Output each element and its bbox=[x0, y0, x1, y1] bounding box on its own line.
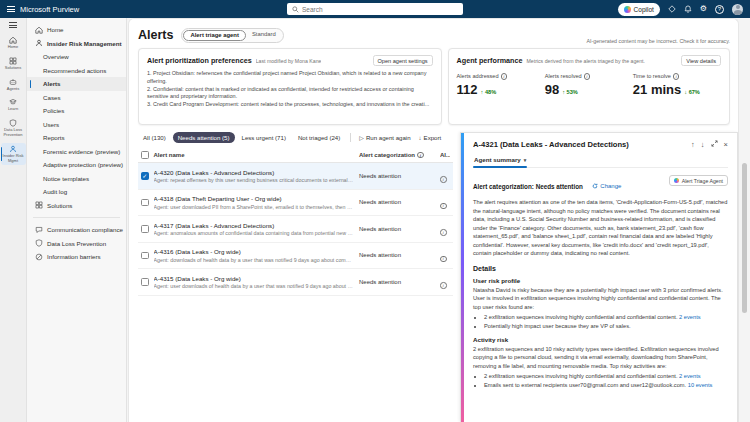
table-row[interactable]: ✓ A-4320 (Data Leaks - Advanced Detectio… bbox=[138, 163, 453, 190]
tab-agent-summary[interactable]: Agent summary ▾ bbox=[473, 154, 527, 167]
filter-all[interactable]: All (130) bbox=[138, 132, 171, 143]
copilot-button[interactable]: Copilot bbox=[618, 3, 660, 16]
bullet-item: Potentially high impact user because the… bbox=[484, 322, 728, 331]
feedback-icon[interactable] bbox=[668, 5, 676, 13]
ai-disclaimer: AI-generated content may be incorrect. C… bbox=[586, 38, 730, 44]
events-link[interactable]: 2 events bbox=[679, 373, 701, 379]
sidebar: Home Insider Risk Management Overview Re… bbox=[27, 18, 127, 422]
sidebar-item-reports[interactable]: Reports bbox=[27, 131, 126, 145]
insider-risk-icon bbox=[34, 39, 43, 47]
row-checkbox[interactable] bbox=[141, 278, 149, 286]
search-input[interactable] bbox=[302, 6, 458, 13]
events-link[interactable]: 2 events bbox=[679, 314, 701, 320]
row-checkbox[interactable] bbox=[141, 252, 149, 260]
export-button[interactable]: ↓ Export bbox=[416, 132, 445, 143]
change-categorization-link[interactable]: Change bbox=[592, 183, 621, 189]
info-icon[interactable]: i bbox=[440, 282, 447, 289]
view-toggle: Alert triage agent Standard bbox=[181, 28, 283, 43]
sidebar-item-communication-compliance[interactable]: Communication compliance bbox=[27, 223, 126, 237]
sidebar-item-overview[interactable]: Overview bbox=[27, 50, 126, 64]
table-row[interactable]: A-4317 (Data Leaks - Advanced Detections… bbox=[138, 216, 453, 243]
sidebar-item-users[interactable]: Users bbox=[27, 118, 126, 132]
help-icon[interactable]: ? bbox=[715, 5, 724, 14]
row-checkbox[interactable] bbox=[141, 225, 149, 233]
rail-item-data-loss-prevention[interactable]: Data Loss Prevention bbox=[1, 117, 26, 140]
rail-item-learn[interactable]: Learn bbox=[1, 96, 26, 114]
sidebar-section-insider-risk-management[interactable]: Insider Risk Management bbox=[27, 37, 126, 51]
rail-item-solutions[interactable]: Solutions bbox=[1, 55, 26, 73]
search-icon bbox=[292, 6, 299, 13]
alert-detail-panel: A-4321 (Data Leaks - Advanced Detections… bbox=[460, 132, 738, 422]
expand-icon[interactable] bbox=[711, 140, 718, 149]
user-risk-text: Natasha David is risky because they are … bbox=[473, 286, 728, 312]
learn-icon bbox=[9, 98, 17, 106]
events-link[interactable]: 10 events bbox=[688, 382, 713, 388]
sidebar-item-cases[interactable]: Cases bbox=[27, 91, 126, 105]
run-agent-again-button[interactable]: ▷ Run agent again bbox=[356, 132, 413, 143]
table-row[interactable]: A-4318 (Data Theft Departing User - Org … bbox=[138, 190, 453, 217]
settings-gear-icon[interactable]: ⚙ bbox=[700, 5, 707, 13]
last-modified-label: Last modified by Mona Kane bbox=[256, 58, 322, 64]
sidebar-item-information-barriers[interactable]: Information barriers bbox=[27, 250, 126, 264]
table-row[interactable]: A-4315 (Data Leaks - Org wide) Agent: us… bbox=[138, 269, 453, 296]
alert-triage-agent-badge[interactable]: Alert Triage Agent bbox=[669, 175, 728, 186]
sidebar-divider bbox=[33, 217, 120, 218]
nav-collapse-icon[interactable] bbox=[9, 22, 17, 28]
toggle-alert-triage-agent[interactable]: Alert triage agent bbox=[183, 30, 245, 41]
sidebar-item-notice-templates[interactable]: Notice templates bbox=[27, 172, 126, 186]
rail-item-insider-risk-management[interactable]: Insider Risk Mgmt bbox=[1, 143, 26, 166]
previous-alert-icon[interactable]: ↑ bbox=[691, 140, 695, 149]
delta-up: 53% bbox=[562, 89, 578, 95]
open-agent-settings-button[interactable]: Open agent settings bbox=[373, 55, 433, 66]
info-icon[interactable]: i bbox=[501, 73, 508, 80]
metric-alerts-resolved: Alerts resolvedi 9853% bbox=[545, 73, 633, 97]
info-icon[interactable]: i bbox=[584, 73, 591, 80]
row-checkbox[interactable] bbox=[141, 199, 149, 207]
rail-item-home[interactable]: Home bbox=[1, 34, 26, 52]
info-icon[interactable]: i bbox=[673, 73, 680, 80]
table-row[interactable]: A-4316 (Data Leaks - Org wide) Agent: do… bbox=[138, 243, 453, 270]
sidebar-item-recommended-actions[interactable]: Recommended actions bbox=[27, 64, 126, 78]
avatar[interactable] bbox=[732, 4, 743, 15]
sidebar-item-audit-log[interactable]: Audit log bbox=[27, 185, 126, 199]
filter-not-triaged[interactable]: Not triaged (24) bbox=[293, 132, 345, 143]
sidebar-item-adaptive-protection[interactable]: Adaptive protection (preview) bbox=[27, 158, 126, 172]
info-icon[interactable]: i bbox=[440, 256, 447, 263]
notifications-bell-icon[interactable] bbox=[684, 5, 692, 13]
filter-less-urgent[interactable]: Less urgent (71) bbox=[237, 132, 291, 143]
top-bar: Microsoft Purview Copilot ⚙ ? bbox=[0, 0, 750, 18]
scrollbar-thumb[interactable] bbox=[742, 163, 747, 313]
rail-item-agents[interactable]: Agents bbox=[1, 76, 26, 94]
info-icon[interactable]: i bbox=[417, 152, 424, 159]
sidebar-item-policies[interactable]: Policies bbox=[27, 104, 126, 118]
run-icon: ▷ bbox=[359, 134, 364, 141]
info-icon[interactable]: i bbox=[440, 229, 447, 236]
agent-performance-card: Agent performance Metrics derived from t… bbox=[448, 48, 730, 125]
sidebar-item-home[interactable]: Home bbox=[27, 23, 126, 37]
toggle-standard[interactable]: Standard bbox=[246, 30, 282, 41]
row-checkbox[interactable]: ✓ bbox=[141, 172, 149, 180]
chat-icon bbox=[34, 226, 43, 234]
metric-time-to-resolve: Time to resolvei 21 mins67% bbox=[633, 73, 721, 97]
sidebar-item-alerts[interactable]: Alerts bbox=[27, 77, 126, 91]
shield-icon bbox=[9, 119, 17, 127]
copilot-icon bbox=[624, 6, 631, 13]
sidebar-item-forensic-evidence[interactable]: Forensic evidence (preview) bbox=[27, 145, 126, 159]
info-icon[interactable]: i bbox=[440, 176, 447, 183]
sidebar-item-data-loss-prevention[interactable]: Data Loss Prevention bbox=[27, 237, 126, 251]
agent-icon bbox=[9, 78, 17, 86]
filter-needs-attention[interactable]: Needs attention (5) bbox=[173, 132, 235, 143]
copilot-label: Copilot bbox=[634, 6, 654, 13]
global-search[interactable] bbox=[287, 3, 463, 15]
grid-icon bbox=[34, 201, 43, 209]
next-alert-icon[interactable]: ↓ bbox=[701, 140, 705, 149]
select-all-checkbox[interactable] bbox=[141, 151, 149, 159]
view-details-button[interactable]: View details bbox=[681, 55, 721, 66]
chevron-down-icon: ▾ bbox=[524, 157, 527, 163]
page-scrollbar bbox=[740, 18, 750, 422]
sidebar-item-solutions[interactable]: Solutions bbox=[27, 199, 126, 213]
metric-alerts-addressed: Alerts addressedi 11248% bbox=[457, 73, 545, 97]
info-icon[interactable]: i bbox=[440, 203, 447, 210]
app-launcher-icon[interactable] bbox=[7, 6, 15, 12]
close-icon[interactable]: × bbox=[724, 140, 728, 149]
